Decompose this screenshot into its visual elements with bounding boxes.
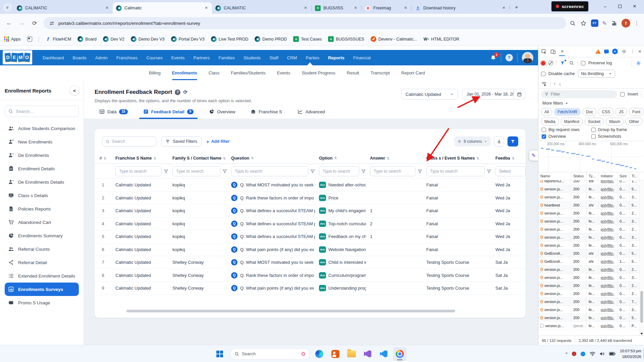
report-help-icon[interactable]: ?	[175, 89, 180, 95]
filter-text-input[interactable]	[430, 169, 481, 174]
close-button[interactable]: ×	[627, 3, 642, 10]
network-request-row[interactable]: {}version.js...200fe...polyfills-0....2.…	[538, 282, 644, 290]
bookmark-item[interactable]: Demo Dev V3	[131, 36, 165, 42]
people-app-icon[interactable]	[329, 347, 342, 361]
table-row[interactable]: 3Calimatic UpdatedkopikqQQ. What defines…	[95, 204, 526, 218]
net-column-ty-[interactable]: Ty...	[587, 172, 599, 180]
sidebar-search-input[interactable]	[16, 109, 75, 114]
horizontal-scrollbar[interactable]	[126, 310, 455, 312]
filter-chip-doc[interactable]: Doc	[583, 108, 596, 116]
table-row[interactable]: 7Calimatic UpdatedShelley ConwayQQ. What…	[95, 256, 526, 269]
initiator-link[interactable]: polyfills-	[601, 195, 614, 199]
network-request-row[interactable]: {}version.js...200fe...polyfills-0....2.…	[538, 225, 644, 233]
taskbar-clock[interactable]: 10:07:53 pm 18/03/2026	[620, 348, 641, 359]
network-request-row[interactable]: {}heartbeat200xhrpolyfills-0....5...	[538, 201, 644, 209]
tab-close-icon[interactable]: ×	[353, 5, 359, 11]
sidebar-item-enrollments-surveys[interactable]: Enrollments Surveys	[5, 283, 79, 296]
zoom-icon[interactable]	[570, 20, 576, 26]
filter-chip-wasm[interactable]: Wasm	[606, 118, 624, 125]
sidebar-item-enrollments-summary[interactable]: Enrollments Summary	[5, 229, 79, 242]
calendar-icon[interactable]	[514, 89, 525, 99]
toggle-big-request-rows[interactable]: Big request rows	[542, 127, 591, 132]
filter-text-input[interactable]	[176, 169, 217, 174]
initiator-link[interactable]: polyfills-	[601, 259, 614, 263]
column-header-index[interactable]: #⇅	[95, 156, 111, 161]
report-filter-dropdown[interactable]: Calimatic Updated	[401, 89, 458, 100]
nav-item-admin[interactable]: Admin	[91, 55, 112, 60]
subnav-item-student-progress[interactable]: Student Progress	[302, 65, 335, 80]
tab-close-icon[interactable]: ×	[402, 5, 409, 11]
warning-icon[interactable]	[595, 49, 601, 54]
nav-item-parties[interactable]: Parties	[301, 55, 323, 60]
address-bar[interactable]: portalv3.calibermatrix.com/#/reports/enr…	[44, 17, 566, 29]
browser-tab[interactable]: BUGS/ISS×	[312, 2, 361, 14]
user-avatar[interactable]	[522, 52, 533, 63]
network-request-row[interactable]: {}version.js...200fe...polyfills-0....2.…	[538, 265, 644, 274]
apps-shortcut[interactable]: Apps	[4, 37, 21, 42]
filter-funnel-icon[interactable]	[164, 169, 168, 174]
sidebar-item-enrollment-details[interactable]: Enrollment Details	[5, 162, 79, 175]
bookmark-item[interactable]: Demo PROD	[255, 36, 287, 42]
network-search-icon[interactable]	[569, 60, 575, 66]
subnav-item-report-card[interactable]: Report Card	[401, 65, 425, 80]
sidebar-item-active-students-comparison[interactable]: Active Students Comparison	[5, 122, 79, 135]
initiator-link[interactable]: polyfills-	[601, 243, 614, 247]
tab-overview[interactable]: Overview	[209, 109, 235, 119]
initiator-link[interactable]: polyfills-	[601, 308, 614, 312]
network-request-row[interactable]: {}GetEnroll...200xhrpolyfills-1....5...	[538, 257, 644, 265]
bookmark-item[interactable]: Devenv - Calimatic...	[371, 36, 417, 42]
initiator-link[interactable]: polyfills-	[601, 251, 614, 255]
subnav-item-enrollments[interactable]: Enrollments	[172, 65, 197, 80]
bookmark-star-icon[interactable]	[580, 20, 587, 26]
initiator-link[interactable]: polyfills-	[601, 203, 614, 207]
initiator-link[interactable]: polyfills-	[601, 292, 614, 296]
column-header-family-s-contact-name[interactable]: Family S / Contact Name⇅	[168, 156, 227, 161]
initiator-link[interactable]: polyfills-	[601, 180, 614, 183]
net-column-ti-[interactable]: Ti...	[630, 172, 639, 180]
tab-franchise-s[interactable]: Franchise S	[251, 109, 282, 119]
bookmark-item[interactable]: Board	[77, 36, 96, 42]
devtools-close-icon[interactable]: ×	[638, 49, 641, 55]
preserve-log-checkbox[interactable]	[581, 61, 585, 65]
sidebar-item-promo-s-usage[interactable]: Promo S Usage	[5, 296, 79, 309]
subnav-item-families-students[interactable]: Families/Students	[231, 65, 265, 80]
device-toolbar-icon[interactable]	[550, 49, 556, 55]
sidebar-item-de-enrollments-details[interactable]: De Enrollments Details	[5, 175, 79, 189]
extensions-puzzle-icon[interactable]	[611, 20, 618, 26]
file-explorer-icon[interactable]	[345, 347, 358, 361]
network-request-row[interactable]: {}GetEnroll...200xhrpolyfills-0....5...	[538, 249, 644, 257]
bookmark-item[interactable]: Test Cases	[293, 36, 322, 42]
browser-menu-icon[interactable]: ⋮	[634, 20, 639, 26]
inspect-element-icon[interactable]	[541, 49, 547, 55]
network-request-row[interactable]: {}reports%3...200xhrpolyfills-0....1...	[538, 180, 644, 185]
tray-recorder-icon[interactable]	[572, 352, 576, 356]
initiator-link[interactable]: polyfills-	[601, 235, 614, 239]
filter-funnel-icon[interactable]	[310, 169, 315, 174]
nav-item-families[interactable]: Families	[214, 55, 239, 60]
filter-chip-css[interactable]: CSS	[598, 108, 613, 116]
editor-extension-icon[interactable]: ✎	[602, 20, 607, 26]
network-conditions-icon[interactable]	[541, 81, 547, 87]
nav-item-crm[interactable]: CRM	[283, 55, 302, 60]
table-row[interactable]: 5Calimatic UpdatedkopikqQQ. What defines…	[95, 230, 526, 243]
filter-chip-all[interactable]: All	[541, 108, 552, 116]
url-text[interactable]: portalv3.calibermatrix.com/#/reports/enr…	[58, 21, 200, 26]
chrome-icon[interactable]	[393, 347, 407, 361]
nav-item-events[interactable]: Events	[167, 55, 189, 60]
filter-text-input[interactable]	[119, 169, 158, 174]
table-row[interactable]: 4Calimatic UpdatedkopikqQQ. What defines…	[95, 218, 526, 231]
ai-assistant-icon[interactable]: ✦	[612, 49, 618, 54]
browser-tab[interactable]: CALIMATIC×	[212, 2, 311, 14]
network-overview-timeline[interactable]: 200,000 ms 400,000 ms 600,000 ms	[538, 141, 644, 172]
visual-studio-icon[interactable]	[361, 347, 374, 361]
net-column-size[interactable]: Size	[618, 172, 630, 180]
filter-funnel-icon[interactable]	[418, 169, 422, 174]
issues-icon[interactable]	[604, 50, 609, 53]
initiator-link[interactable]: polyfills-	[601, 316, 614, 320]
browser-tab[interactable]: Download history×	[412, 2, 509, 14]
minimize-button[interactable]: –	[598, 4, 612, 9]
maximize-button[interactable]	[612, 4, 627, 9]
bookmark-item[interactable]: Dev V2	[103, 36, 124, 42]
reload-button[interactable]: ⟳	[29, 17, 40, 29]
network-request-row[interactable]: {}version.js...200fe...polyfills-0....2.…	[538, 290, 644, 298]
